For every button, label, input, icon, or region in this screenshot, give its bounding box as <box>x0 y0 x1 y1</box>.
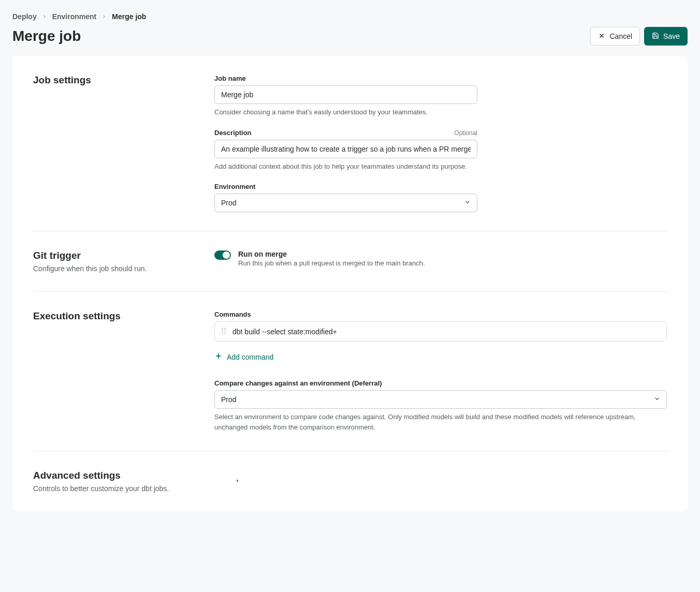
command-text: dbt build --select state:modified+ <box>232 328 337 336</box>
close-icon <box>598 32 605 40</box>
chevron-right-icon <box>42 12 47 21</box>
command-row[interactable]: dbt build --select state:modified+ <box>214 321 667 342</box>
advanced-settings-subtitle: Controls to better customize your dbt jo… <box>33 484 214 493</box>
run-on-merge-toggle[interactable] <box>214 250 231 260</box>
description-label: Description <box>214 129 252 137</box>
svg-point-2 <box>222 328 223 329</box>
breadcrumb-environment[interactable]: Environment <box>52 12 97 21</box>
add-command-label: Add command <box>227 353 273 361</box>
environment-select[interactable]: Prod <box>214 194 477 212</box>
breadcrumb: Deploy Environment Merge job <box>12 12 688 21</box>
save-button[interactable]: Save <box>644 27 688 46</box>
save-icon <box>652 32 659 40</box>
breadcrumb-current: Merge job <box>112 12 146 21</box>
plus-icon <box>214 352 223 362</box>
run-on-merge-label: Run on merge <box>238 250 425 258</box>
svg-point-3 <box>225 328 226 329</box>
svg-point-4 <box>222 330 223 331</box>
description-optional: Optional <box>454 129 477 137</box>
breadcrumb-deploy[interactable]: Deploy <box>12 12 37 21</box>
page-title: Merge job <box>12 28 81 45</box>
advanced-settings-toggle[interactable]: Advanced settings Controls to better cus… <box>33 470 667 493</box>
chevron-right-icon <box>101 12 107 21</box>
deferral-label: Compare changes against an environment (… <box>214 379 382 387</box>
git-trigger-subtitle: Configure when this job should run. <box>33 264 214 273</box>
cancel-button[interactable]: Cancel <box>590 27 640 46</box>
description-input[interactable] <box>214 140 477 158</box>
environment-label: Environment <box>214 183 255 190</box>
svg-point-6 <box>222 332 223 333</box>
execution-settings-title: Execution settings <box>33 310 214 322</box>
add-command-button[interactable]: Add command <box>214 349 273 365</box>
deferral-hint: Select an environment to compare code ch… <box>214 412 667 432</box>
cancel-label: Cancel <box>609 33 632 40</box>
job-settings-title: Job settings <box>33 75 214 86</box>
advanced-settings-title: Advanced settings <box>33 470 214 481</box>
job-name-input[interactable] <box>214 85 477 104</box>
svg-point-7 <box>225 332 226 333</box>
save-label: Save <box>663 33 680 40</box>
svg-marker-10 <box>237 479 238 482</box>
git-trigger-title: Git trigger <box>33 250 214 261</box>
caret-right-icon <box>235 477 240 485</box>
job-name-label: Job name <box>214 75 246 82</box>
run-on-merge-description: Run this job when a pull request is merg… <box>238 259 425 267</box>
description-hint: Add additional context about this job to… <box>214 161 667 172</box>
svg-point-5 <box>225 330 226 331</box>
commands-label: Commands <box>214 310 251 318</box>
drag-handle-icon[interactable] <box>221 327 226 336</box>
job-name-hint: Consider choosing a name that's easily u… <box>214 107 667 117</box>
deferral-select[interactable]: Prod <box>214 390 667 409</box>
